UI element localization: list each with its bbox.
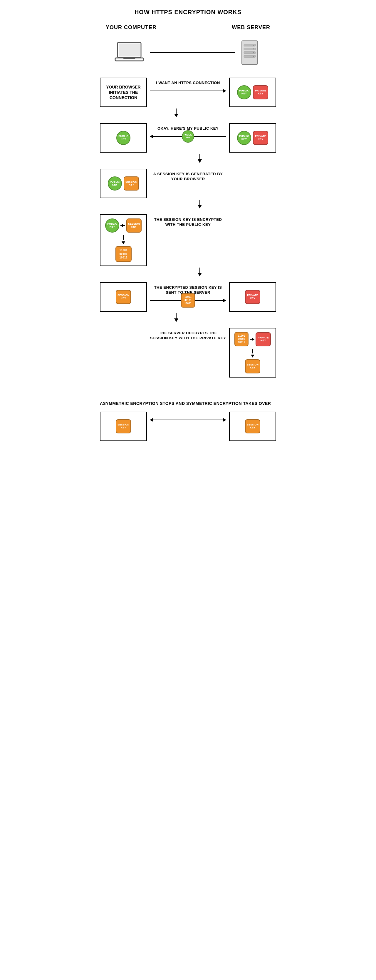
step6-middle: THE SERVER DECRYPTS THE SESSION KEY WITH…: [150, 328, 226, 341]
session-key-badge-final-left: SESSIONKEY: [116, 419, 131, 433]
step1-arrow-right: [150, 88, 226, 94]
step1-section: YOUR BROWSER INITIATES THE CONNECTION I …: [100, 78, 276, 117]
step1-label: I WANT AN HTTPS CONNECTION: [156, 81, 220, 86]
step3-label: A SESSION KEY IS GENERATED BY YOUR BROWS…: [150, 172, 226, 182]
session-key-badge-final-right: SESSIONKEY: [245, 419, 260, 433]
web-server-label: WEB SERVER: [232, 24, 270, 30]
step2-arrow-area: PUBLICKEY: [150, 134, 226, 139]
step2-row: PUBLICKEY OKAY, HERE'S MY PUBLIC KEY PUB…: [100, 123, 276, 153]
binary-badge-6: 110010010110011: [235, 332, 249, 347]
step4-section: PUBLICKEY SESSIONKEY 110010010110011 THE…: [100, 214, 276, 277]
step2-left-box: PUBLICKEY: [100, 123, 147, 153]
step3-section: PUBLICKEY SESSIONKEY A SESSION KEY IS GE…: [100, 169, 276, 208]
step2-arrowhead: [150, 134, 153, 138]
step4-down-arrow: [197, 267, 203, 277]
step3-middle: A SESSION KEY IS GENERATED BY YOUR BROWS…: [150, 169, 226, 182]
final-row: SESSIONKEY SESSIONKEY: [100, 412, 276, 441]
gap2: [100, 383, 276, 392]
step6-section: THE SERVER DECRYPTS THE SESSION KEY WITH…: [100, 328, 276, 378]
step2-right-box: PUBLICKEY PRIVATEKEY: [229, 123, 276, 153]
step2-middle: OKAY, HERE'S MY PUBLIC KEY PUBLICKEY: [150, 123, 226, 139]
step5-arrowhead: [223, 298, 226, 302]
step1-middle: I WANT AN HTTPS CONNECTION: [150, 78, 226, 94]
session-key-badge-4: SESSIONKEY: [126, 218, 141, 232]
step1-right-box: PUBLICKEY PRIVATEKEY: [229, 78, 276, 107]
labels-row: YOUR COMPUTER WEB SERVER: [100, 24, 276, 30]
svg-rect-1: [119, 43, 140, 56]
final-bidirectional-arrow: [150, 417, 226, 423]
public-key-badge-2: PUBLICKEY: [237, 131, 251, 145]
step2-right-badges: PUBLICKEY PRIVATEKEY: [237, 131, 268, 145]
step6-decrypt-row: 110010010110011 PRIVATEKEY: [235, 332, 271, 347]
step4-row: PUBLICKEY SESSIONKEY 110010010110011 THE…: [100, 214, 276, 266]
step5-row: SESSIONKEY THE ENCRYPTED SESSION KEY IS …: [100, 282, 276, 312]
decrypt-arrowhead: [252, 338, 254, 341]
asymmetric-note: ASYMMETRIC ENCRYPTION STOPS AND SYMMETRI…: [100, 401, 276, 406]
step6-label: THE SERVER DECRYPTS THE SESSION KEY WITH…: [150, 331, 226, 341]
gap3: [100, 392, 276, 401]
svg-point-9: [253, 45, 254, 46]
step2-down-arrow: [197, 154, 203, 163]
step1-left-box: YOUR BROWSER INITIATES THE CONNECTION: [100, 78, 147, 107]
session-key-badge-3: SESSIONKEY: [124, 177, 139, 191]
encrypt-down-arrowhead: [122, 242, 125, 244]
step4-encrypt-row: PUBLICKEY SESSIONKEY: [105, 218, 141, 232]
step1-down-arrow: [173, 108, 179, 117]
step1-down-connector: [100, 108, 276, 117]
step4-down-connector: [100, 267, 276, 277]
encrypt-down-line: [123, 235, 124, 240]
private-key-badge-6: PRIVATEKEY: [255, 332, 271, 346]
encrypt-arrow: [121, 225, 125, 226]
public-key-badge-4: PUBLICKEY: [105, 218, 119, 232]
step5-down-connector: [100, 313, 276, 322]
decrypt-down-line: [252, 349, 253, 353]
final-right-box: SESSIONKEY: [229, 412, 276, 441]
gap1: [100, 69, 276, 78]
step5-arrow-area: 110010010110011: [150, 298, 226, 304]
step3-row: PUBLICKEY SESSIONKEY A SESSION KEY IS GE…: [100, 169, 276, 198]
step6-right-box: 110010010110011 PRIVATEKEY SESSIONKEY: [229, 328, 276, 378]
your-computer-label: YOUR COMPUTER: [106, 24, 157, 30]
step4-label: THE SESSION KEY IS ENCRYPTED WITH THE PU…: [150, 217, 226, 227]
encrypt-arrowhead: [121, 224, 123, 227]
step4-left-box: PUBLICKEY SESSIONKEY 110010010110011: [100, 214, 147, 266]
step2-left-badges: PUBLICKEY: [116, 131, 130, 145]
step1-row: YOUR BROWSER INITIATES THE CONNECTION I …: [100, 78, 276, 107]
public-key-badge-2-received: PUBLICKEY: [116, 131, 130, 145]
step3-left-badges: PUBLICKEY SESSIONKEY: [108, 177, 139, 191]
public-key-badge-1: PUBLICKEY: [237, 85, 251, 99]
step5-middle: THE ENCRYPTED SESSION KEY IS SENT TO THE…: [150, 282, 226, 304]
svg-point-12: [253, 56, 254, 57]
page-title: HOW HTTPS ENCRYPTION WORKS: [100, 9, 276, 16]
laptop-icon: [114, 41, 147, 64]
private-key-badge-2: PRIVATEKEY: [253, 131, 268, 145]
step3-left-box: PUBLICKEY SESSIONKEY: [100, 169, 147, 198]
step1-left-text: YOUR BROWSER INITIATES THE CONNECTION: [104, 84, 143, 100]
binary-badge-arrow: 110010010110011: [181, 293, 195, 308]
svg-point-11: [253, 52, 254, 53]
step4-middle: THE SESSION KEY IS ENCRYPTED WITH THE PU…: [150, 214, 226, 227]
svg-point-10: [253, 49, 254, 50]
final-left-box: SESSIONKEY: [100, 412, 147, 441]
step6-row: THE SERVER DECRYPTS THE SESSION KEY WITH…: [100, 328, 276, 378]
final-middle: [150, 412, 226, 423]
decrypt-down-arrowhead: [251, 355, 254, 358]
public-key-bubble-arrow: PUBLICKEY: [182, 130, 194, 143]
step5-right-box: PRIVATEKEY: [229, 282, 276, 312]
step3-down-connector: [100, 200, 276, 208]
private-key-badge-1: PRIVATEKEY: [253, 85, 268, 99]
step2-section: PUBLICKEY OKAY, HERE'S MY PUBLIC KEY PUB…: [100, 123, 276, 163]
icons-row: [100, 40, 276, 66]
arrowhead-right-icon: [223, 418, 226, 422]
connector-line: [150, 52, 235, 53]
private-key-badge-5: PRIVATEKEY: [245, 290, 260, 304]
step5-section: SESSIONKEY THE ENCRYPTED SESSION KEY IS …: [100, 282, 276, 322]
server-icon: [238, 40, 262, 66]
step1-right-badges: PUBLICKEY PRIVATEKEY: [237, 85, 268, 99]
decrypt-arrow: [250, 339, 254, 340]
step5-down-arrow: [173, 313, 179, 322]
session-key-badge-5: SESSIONKEY: [116, 290, 131, 304]
step2-down-connector: [100, 154, 276, 163]
session-key-badge-6: SESSIONKEY: [245, 359, 260, 374]
binary-badge-4: 110010010110011: [116, 246, 132, 262]
